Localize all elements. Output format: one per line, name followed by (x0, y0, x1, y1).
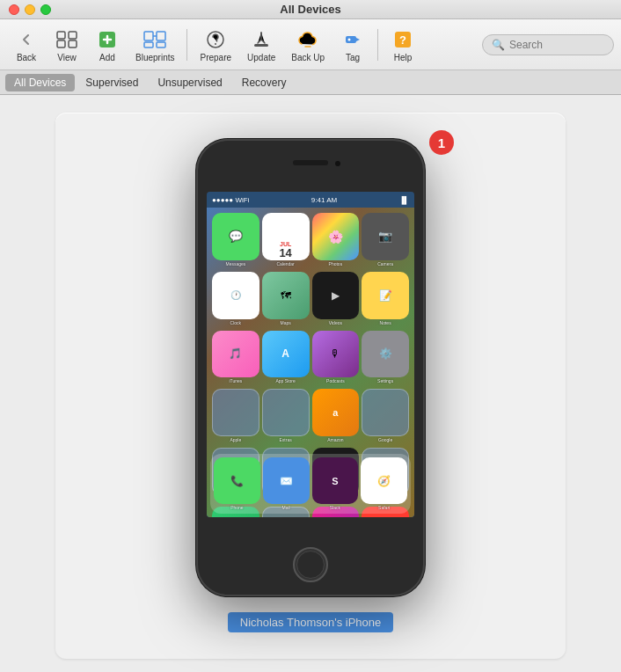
app-calendar[interactable]: JUL 14 Calendar (262, 213, 310, 267)
home-screen: 💬 Messages JUL 14 Calendar (207, 208, 414, 517)
tab-recovery[interactable]: Recovery (233, 74, 296, 91)
backup-label: Back Up (291, 53, 325, 62)
app-settings[interactable]: ⚙️ Settings (362, 331, 409, 384)
help-icon: ? (391, 27, 415, 52)
time: 9:41 AM (311, 196, 337, 204)
app-grid-row4: Apple Extras (210, 387, 411, 444)
tab-all-devices[interactable]: All Devices (5, 74, 75, 91)
app-camera[interactable]: 📷 Camera (362, 213, 409, 267)
tag-button[interactable]: Tag (333, 24, 372, 66)
maximize-button[interactable] (40, 4, 51, 15)
back-button[interactable]: Back (7, 24, 46, 66)
title-bar: All Devices (0, 0, 621, 19)
tab-supervised[interactable]: Supervised (77, 74, 147, 91)
app-itunes[interactable]: 🎵 iTunes (212, 331, 259, 384)
prepare-button[interactable]: Prepare (193, 24, 238, 66)
home-button[interactable] (293, 547, 328, 582)
prepare-label: Prepare (200, 53, 231, 62)
back-icon (14, 27, 39, 52)
folder-amazon[interactable]: a Amazon (312, 389, 360, 442)
svg-text:?: ? (399, 33, 406, 47)
separator-2 (377, 29, 378, 61)
minimize-button[interactable] (25, 4, 35, 15)
folder-google[interactable]: Google (362, 389, 409, 442)
app-videos[interactable]: ▶ Videos (312, 272, 360, 325)
iphone-mockup: ●●●●● WiFi 9:41 AM ▐▌ 💬 Messages (196, 139, 425, 596)
view-button[interactable]: View (47, 24, 86, 66)
dock: 📞 Phone ✉️ Mail S Slack (210, 454, 411, 514)
app-grid-row3: 🎵 iTunes A App Store 🎙 Podcasts (210, 329, 411, 386)
dock-mail[interactable]: ✉️ Mail (263, 457, 310, 510)
folder-extras[interactable]: Extras (262, 389, 310, 442)
iphone-speaker (293, 160, 328, 165)
device-card: 1 ●●●●● WiFi 9:41 AM ▐▌ (55, 113, 566, 659)
toolbar: Back View Add (0, 19, 621, 70)
blueprints-label: Blueprints (135, 53, 174, 62)
app-podcasts[interactable]: 🎙 Podcasts (312, 331, 360, 384)
dock-phone[interactable]: 📞 Phone (214, 457, 260, 510)
svg-rect-1 (69, 32, 77, 39)
help-label: Help (394, 53, 413, 62)
search-box[interactable]: 🔍 (482, 34, 614, 55)
back-label: Back (17, 53, 36, 62)
app-messages[interactable]: 💬 Messages (212, 213, 259, 267)
iphone-screen: ●●●●● WiFi 9:41 AM ▐▌ 💬 Messages (207, 192, 414, 517)
battery: ▐▌ (399, 196, 409, 204)
backup-button[interactable]: Back Up (284, 24, 332, 66)
tag-icon (340, 27, 365, 52)
app-notes[interactable]: 📝 Notes (362, 272, 409, 325)
iphone-camera (335, 161, 340, 166)
app-grid-row1: 💬 Messages JUL 14 Calendar (210, 211, 411, 268)
window-title: All Devices (280, 3, 340, 16)
app-grid-row2: 🕐 Clock 🗺 Maps ▶ Videos (210, 270, 411, 327)
carrier: ●●●●● WiFi (212, 196, 249, 204)
add-icon (95, 27, 120, 52)
search-input[interactable] (509, 39, 604, 51)
app-appstore[interactable]: A App Store (262, 331, 310, 384)
dock-slack[interactable]: S Slack (312, 457, 359, 510)
svg-rect-12 (346, 36, 356, 43)
add-button[interactable]: Add (88, 24, 127, 66)
close-button[interactable] (9, 4, 19, 15)
view-label: View (57, 53, 77, 62)
iphone-frame: ●●●●● WiFi 9:41 AM ▐▌ 💬 Messages (196, 139, 425, 596)
svg-rect-5 (144, 32, 153, 40)
svg-rect-2 (57, 40, 65, 47)
main-content: 1 ●●●●● WiFi 9:41 AM ▐▌ (0, 95, 621, 672)
update-label: Update (247, 53, 275, 62)
search-icon: 🔍 (492, 39, 505, 51)
app-maps[interactable]: 🗺 Maps (262, 272, 310, 325)
backup-icon (296, 27, 320, 52)
svg-point-10 (215, 43, 216, 45)
help-button[interactable]: ? Help (384, 24, 422, 66)
home-button-inner (296, 551, 325, 579)
svg-rect-7 (144, 42, 153, 47)
dock-safari[interactable]: 🧭 Safari (361, 457, 407, 510)
traffic-lights (9, 4, 51, 15)
blueprints-icon (142, 27, 167, 52)
tag-label: Tag (346, 53, 360, 62)
app-photos[interactable]: 🌸 Photos (312, 213, 360, 267)
prepare-icon (203, 27, 228, 52)
update-button[interactable]: Update (240, 24, 282, 66)
svg-rect-3 (69, 40, 77, 47)
svg-rect-8 (157, 42, 165, 47)
svg-rect-0 (57, 32, 65, 39)
separator-1 (186, 29, 187, 61)
device-name-label[interactable]: Nicholas Thomson's iPhone (228, 612, 394, 632)
svg-rect-6 (157, 32, 165, 40)
svg-point-13 (348, 38, 351, 40)
svg-rect-11 (254, 44, 268, 47)
blueprints-button[interactable]: Blueprints (128, 24, 181, 66)
update-icon (249, 27, 274, 52)
app-clock[interactable]: 🕐 Clock (212, 272, 259, 325)
tab-unsupervised[interactable]: Unsupervised (149, 74, 230, 91)
folder-apple[interactable]: Apple (212, 389, 259, 442)
add-label: Add (99, 53, 115, 62)
status-bar: ●●●●● WiFi 9:41 AM ▐▌ (207, 192, 414, 208)
device-badge: 1 (429, 130, 454, 155)
nav-tabs: All Devices Supervised Unsupervised Reco… (0, 70, 621, 95)
view-icon (55, 27, 79, 52)
